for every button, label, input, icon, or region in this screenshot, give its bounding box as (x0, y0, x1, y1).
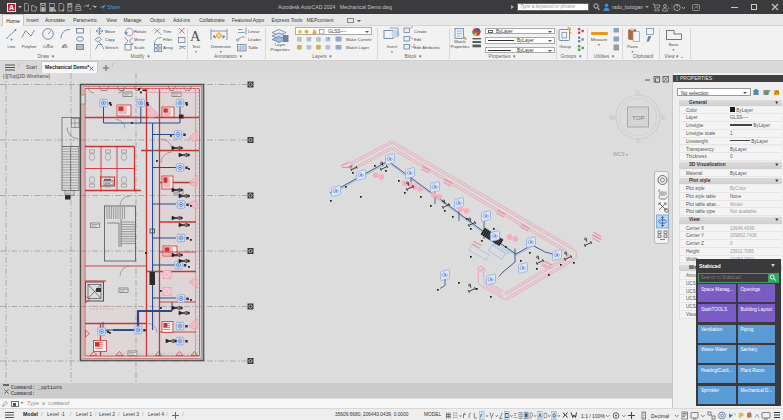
svg-text:1:1 / 100%: 1:1 / 100% (581, 412, 605, 418)
svg-text:TOP: TOP (632, 114, 645, 121)
svg-text:A: A (190, 28, 201, 44)
svg-text:W: W (609, 114, 616, 121)
svg-text:Decimal: Decimal (651, 412, 669, 418)
svg-text:E: E (661, 114, 666, 121)
svg-text:N: N (635, 89, 640, 96)
svg-text:?: ? (676, 4, 679, 10)
svg-text:S: S (636, 137, 641, 144)
